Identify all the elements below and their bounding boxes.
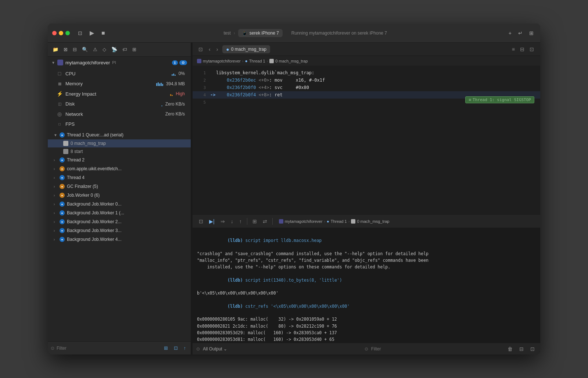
console-cmd-2: script int(1340).to_bytes(8, 'little') xyxy=(245,278,342,283)
metric-cpu[interactable]: □ CPU 0% xyxy=(48,68,191,79)
project-header[interactable]: ▼ mytamagotchiforever PI ℹ ⚙ xyxy=(48,57,191,68)
sidebar-content: ▼ mytamagotchiforever PI ℹ ⚙ □ CPU xyxy=(48,57,191,341)
metric-disk-label: Disk xyxy=(65,101,158,107)
split-view-button[interactable]: ⊞ xyxy=(527,29,536,38)
sidebar-threads-btn[interactable]: ⊟ xyxy=(71,46,79,53)
metric-energy-label: Energy Impact xyxy=(65,91,167,97)
sidebar-network-btn[interactable]: 📡 xyxy=(110,46,119,53)
debug-continue-btn[interactable]: ▶| xyxy=(207,218,216,225)
debug-view-btn[interactable]: ⊞ xyxy=(251,218,259,225)
mach-label: 0 mach_msg_trap xyxy=(71,141,106,146)
sidebar-filter-input[interactable] xyxy=(57,346,160,351)
code-nav-back-btn[interactable]: ‹ xyxy=(207,46,212,53)
metric-energy[interactable]: ⚡ Energy Impact High xyxy=(48,89,191,99)
metric-network[interactable]: ◎ Network Zero KB/s xyxy=(48,109,191,119)
maximize-button[interactable] xyxy=(65,31,70,35)
com-apple-chevron: › xyxy=(54,167,57,171)
sidebar-grid-btn[interactable]: ⊞ xyxy=(162,344,170,352)
code-area: ⊡ ‹ › ● 0 mach_msg_trap ≡ ⊟ ⊡ xyxy=(193,43,540,215)
sidebar-filter2-btn[interactable]: ⊞ xyxy=(130,46,138,53)
code-nav-forward-btn[interactable]: › xyxy=(215,46,220,53)
thread-item-bgw3[interactable]: › ● Background Job.Worker 3... xyxy=(48,226,191,235)
sidebar-stop-btn[interactable]: ⊠ xyxy=(62,46,69,53)
thread-item-gc[interactable]: › ● GC Finalizer (5) xyxy=(48,182,191,191)
debug-filter-icon: ⊙ xyxy=(196,346,200,352)
energy-icon: ⚡ xyxy=(57,91,62,97)
debug-clear-btn[interactable]: 🗑 xyxy=(506,345,514,353)
metric-fps[interactable]: □ FPS xyxy=(48,119,191,129)
debug-step-in-btn[interactable]: ↓ xyxy=(229,218,235,225)
bgw4-indicator: ● xyxy=(60,237,65,242)
sidebar-share-btn[interactable]: ↑ xyxy=(182,344,188,352)
thread4-label: Thread 4 xyxy=(67,175,187,180)
code-nav-sidebar-btn[interactable]: ⊡ xyxy=(197,46,204,53)
close-button[interactable] xyxy=(52,31,57,35)
job0-indicator: ● xyxy=(60,193,65,198)
inspector-icon[interactable]: ⊡ xyxy=(528,45,536,53)
thread-item-bgw0[interactable]: › ● Background Job.Worker 0... xyxy=(48,200,191,208)
thread-item-com-apple[interactable]: › ● com.apple.uikit.eventfetch... xyxy=(48,164,191,173)
sidebar-tag-btn[interactable]: 🏷 xyxy=(121,46,129,53)
debug-sidebar-btn[interactable]: ⊡ xyxy=(197,218,205,225)
active-code-tab[interactable]: ● 0 mach_msg_trap xyxy=(222,45,270,53)
sidebar-diamond-btn[interactable]: ◇ xyxy=(101,46,108,53)
console-line-5: (lldb) script int(1340).to_bytes(8, 'lit… xyxy=(197,271,536,290)
settings-badge[interactable]: ⚙ xyxy=(179,60,187,65)
output-chevron: ⌄ xyxy=(223,346,227,352)
minimize-button[interactable] xyxy=(59,31,63,35)
project-chevron: ▼ xyxy=(51,61,55,65)
debug-step-out-btn[interactable]: ↑ xyxy=(237,218,244,225)
output-selector[interactable]: All Output ⌄ xyxy=(203,346,227,352)
metric-network-value: Zero KB/s xyxy=(165,111,185,117)
sidebar-plus-btn[interactable]: ⊡ xyxy=(172,344,180,352)
sub-item-mach[interactable]: 0 mach_msg_trap xyxy=(48,139,191,147)
sidebar-toggle-button[interactable]: ⊡ xyxy=(76,29,85,38)
sub-item-start[interactable]: 8 start xyxy=(48,147,191,156)
stop-button[interactable]: ■ xyxy=(99,28,107,38)
metric-disk[interactable]: ◫ Disk Zero KB/s xyxy=(48,99,191,109)
thread2-label: Thread 2 xyxy=(67,157,187,163)
back-button[interactable]: ↵ xyxy=(516,29,525,38)
code-line-1: 1 libsystem_kernel.dylib`mach_msg_trap: xyxy=(193,69,540,76)
thread-item-bgw1[interactable]: › ● Background Job.Worker 1 (... xyxy=(48,208,191,217)
sidebar-search-btn[interactable]: 🔍 xyxy=(80,46,90,53)
play-button[interactable]: ▶ xyxy=(87,28,96,38)
device-icon: 📱 xyxy=(242,31,247,36)
split-view-icon[interactable]: ⊟ xyxy=(518,45,526,53)
list-view-icon[interactable]: ≡ xyxy=(510,45,517,53)
thread-item-1[interactable]: ▼ ● Thread 1 Queue:...ad (serial) xyxy=(48,131,191,139)
line-text-4: 0x236f2b0f4 <+8>: ret xyxy=(216,92,283,97)
debug-share-btn[interactable]: ⇄ xyxy=(261,218,269,225)
thread-item-bgw4[interactable]: › ● Background Job.Worker 4... xyxy=(48,235,191,244)
metric-memory-label: Memory xyxy=(65,81,153,86)
bgw2-label: Background Job.Worker 2... xyxy=(67,219,187,224)
debug-toolbar: ⊡ ▶| ⇒ ↓ ↑ ⊞ ⇄ mytamagotchiforever › ● T… xyxy=(193,215,540,228)
bgw1-chevron: › xyxy=(54,211,57,215)
breadcrumb-app: mytamagotchiforever xyxy=(203,59,241,63)
bgw0-indicator: ● xyxy=(60,202,65,207)
thread-item-job0[interactable]: › ● Job.Worker 0 (6) xyxy=(48,191,191,200)
debug-filter-input[interactable] xyxy=(371,346,503,352)
sidebar-folder-btn[interactable]: 📁 xyxy=(51,46,60,53)
signal-text: Thread 1: signal SIGSTOP xyxy=(473,97,531,102)
sidebar-warn-btn[interactable]: ⚠ xyxy=(91,46,99,53)
com-apple-indicator: ● xyxy=(60,166,65,171)
line-num-1: 1 xyxy=(197,71,206,75)
metric-cpu-value: 0% xyxy=(179,71,185,76)
mach-icon xyxy=(63,141,68,146)
debug-split-btn[interactable]: ⊟ xyxy=(517,345,526,353)
project-suffix: PI xyxy=(112,60,116,65)
thread-item-2[interactable]: › ● Thread 2 xyxy=(48,156,191,164)
active-tab-label: 0 mach_msg_trap xyxy=(231,47,266,52)
job0-label: Job.Worker 0 (6) xyxy=(67,193,187,198)
metric-memory[interactable]: ▦ Memory 394,8 MB xyxy=(48,79,191,89)
info-badge[interactable]: ℹ xyxy=(172,60,178,65)
thread-icon: ● xyxy=(245,58,247,64)
add-button[interactable]: + xyxy=(506,29,514,38)
console-line-10: 0x0000000283053d29: malloc( 160) -> 0x28… xyxy=(197,330,536,336)
debug-expand-btn[interactable]: ⊡ xyxy=(528,345,537,353)
debug-step-over-btn[interactable]: ⇒ xyxy=(219,218,227,225)
thread-item-4[interactable]: › ● Thread 4 xyxy=(48,173,191,182)
device-tab[interactable]: 📱 serek iPhone 7 xyxy=(238,29,283,37)
thread-item-bgw2[interactable]: › ● Background Job.Worker 2... xyxy=(48,217,191,226)
